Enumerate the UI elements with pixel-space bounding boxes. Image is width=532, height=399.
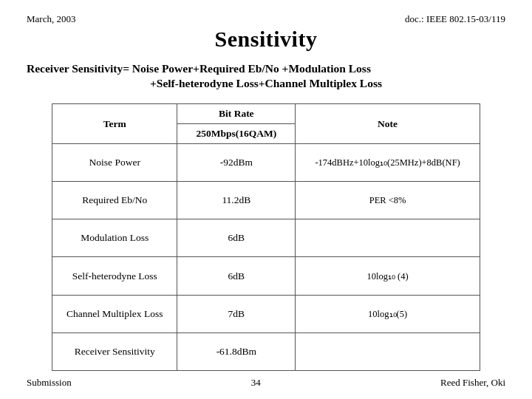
sensitivity-table: Term Bit Rate Note 250Mbps(16QAM) Noise …	[52, 103, 480, 371]
cell-note-5	[296, 332, 480, 370]
cell-bitrate-0: -92dBm	[177, 144, 296, 182]
table-row: Modulation Loss6dB	[52, 219, 480, 257]
cell-bitrate-5: -61.8dBm	[177, 332, 296, 370]
cell-note-4: 10log₁₀(5)	[296, 295, 480, 332]
header-right: doc.: IEEE 802.15-03/119	[405, 13, 505, 25]
cell-note-1: PER <8%	[296, 182, 480, 219]
table-row: Noise Power-92dBm-174dBHz+10log₁₀(25MHz)…	[52, 144, 480, 182]
cell-bitrate-4: 7dB	[177, 295, 296, 332]
formula-line1: Receiver Sensitivity= Noise Power+Requir…	[27, 62, 505, 75]
table-row: Required Eb/No11.2dBPER <8%	[52, 182, 480, 219]
col-header-bitrate-sub: 250Mbps(16QAM)	[177, 124, 296, 144]
cell-term-4: Channel Multiplex Loss	[52, 295, 177, 332]
footer-left: Submission	[27, 377, 72, 389]
header-left: March, 2003	[27, 13, 75, 25]
col-header-term: Term	[52, 104, 177, 144]
table-row: Channel Multiplex Loss7dB10log₁₀(5)	[52, 295, 480, 332]
data-table-wrap: Term Bit Rate Note 250Mbps(16QAM) Noise …	[27, 103, 505, 371]
footer-page-number: 34	[72, 377, 440, 389]
footer-right: Reed Fisher, Oki	[440, 377, 505, 389]
formula-line2: +Self-heterodyne Loss+Channel Multiplex …	[27, 77, 505, 90]
cell-bitrate-2: 6dB	[177, 219, 296, 257]
page-title: Sensitivity	[27, 27, 505, 52]
table-row: Self-heterodyne Loss6dB10log₁₀ (4)	[52, 257, 480, 295]
cell-note-0: -174dBHz+10log₁₀(25MHz)+8dB(NF)	[296, 144, 480, 182]
cell-bitrate-3: 6dB	[177, 257, 296, 295]
cell-term-2: Modulation Loss	[52, 219, 177, 257]
col-header-bitrate-top: Bit Rate	[177, 104, 296, 124]
cell-term-5: Receiver Sensitivity	[52, 332, 177, 370]
col-header-note: Note	[296, 104, 480, 144]
cell-bitrate-1: 11.2dB	[177, 182, 296, 219]
cell-note-2	[296, 219, 480, 257]
cell-term-1: Required Eb/No	[52, 182, 177, 219]
cell-term-3: Self-heterodyne Loss	[52, 257, 177, 295]
cell-note-3: 10log₁₀ (4)	[296, 257, 480, 295]
table-row: Receiver Sensitivity-61.8dBm	[52, 332, 480, 370]
cell-term-0: Noise Power	[52, 144, 177, 182]
